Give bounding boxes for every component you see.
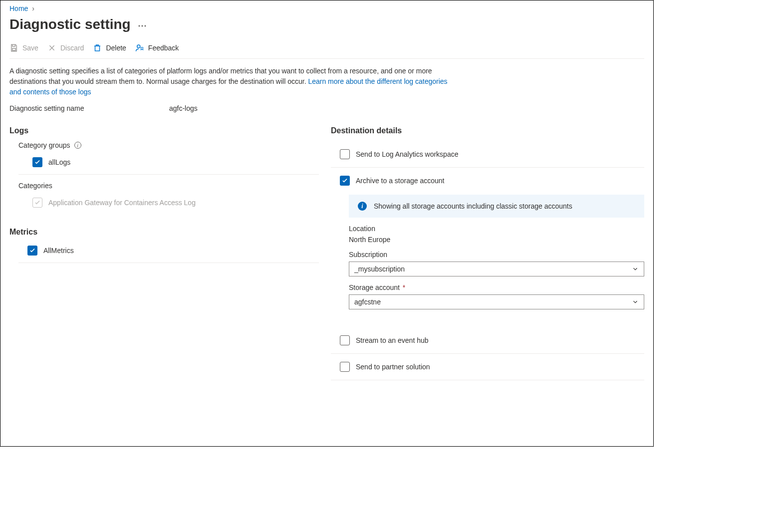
trash-icon [93, 43, 102, 52]
intro-text: A diagnostic setting specifies a list of… [9, 66, 449, 97]
save-icon [9, 43, 18, 52]
all-metrics-checkbox[interactable] [27, 246, 37, 256]
breadcrumb-home-link[interactable]: Home [9, 4, 28, 12]
chevron-right-icon: › [32, 4, 34, 12]
more-actions-button[interactable]: ⋯ [138, 21, 147, 30]
close-icon [47, 43, 56, 52]
info-icon: i [358, 202, 367, 211]
stream-eventhub-label: Stream to an event hub [356, 336, 429, 344]
location-label: Location [349, 225, 644, 233]
svg-rect-0 [12, 48, 15, 51]
toolbar: Save Discard Delete Feedback [9, 41, 644, 59]
category-access-log-checkbox [32, 198, 42, 208]
svg-point-2 [137, 45, 140, 48]
discard-button[interactable]: Discard [47, 43, 84, 52]
diagnostic-name-value: agfc-logs [169, 104, 198, 112]
categories-label: Categories [18, 182, 52, 190]
feedback-icon [135, 43, 144, 52]
metrics-header: Metrics [9, 228, 319, 237]
chevron-down-icon [632, 298, 639, 305]
location-value: North Europe [349, 236, 644, 244]
storage-account-label: Storage account [349, 283, 400, 291]
all-logs-checkbox[interactable] [32, 157, 42, 167]
info-icon[interactable]: i [74, 142, 81, 149]
diagnostic-name-label: Diagnostic setting name [9, 104, 169, 112]
archive-storage-checkbox[interactable] [340, 176, 350, 186]
send-law-label: Send to Log Analytics workspace [356, 150, 458, 158]
save-button[interactable]: Save [9, 43, 38, 52]
delete-button[interactable]: Delete [93, 43, 126, 52]
subscription-label: Subscription [349, 251, 644, 259]
logs-header: Logs [9, 126, 319, 135]
storage-account-select[interactable]: agfcstne [349, 294, 644, 309]
category-groups-label: Category groups [18, 141, 70, 149]
required-indicator: * [401, 283, 405, 291]
destination-header: Destination details [331, 126, 644, 135]
storage-info-banner: i Showing all storage accounts including… [349, 195, 644, 218]
stream-eventhub-checkbox[interactable] [340, 335, 350, 345]
archive-storage-label: Archive to a storage account [356, 177, 444, 185]
chevron-down-icon [632, 266, 639, 272]
svg-rect-1 [95, 46, 100, 51]
send-partner-checkbox[interactable] [340, 362, 350, 372]
send-law-checkbox[interactable] [340, 149, 350, 159]
subscription-select[interactable]: _mysubscription [349, 262, 644, 276]
feedback-button[interactable]: Feedback [135, 43, 179, 52]
all-logs-label: allLogs [48, 158, 70, 166]
all-metrics-label: AllMetrics [43, 247, 74, 255]
diagnostic-name-row: Diagnostic setting name agfc-logs [9, 104, 644, 112]
send-partner-label: Send to partner solution [356, 363, 430, 371]
category-access-log-label: Application Gateway for Containers Acces… [48, 199, 196, 207]
breadcrumb: Home › [9, 2, 644, 15]
page-title: Diagnostic setting ⋯ [9, 16, 644, 32]
